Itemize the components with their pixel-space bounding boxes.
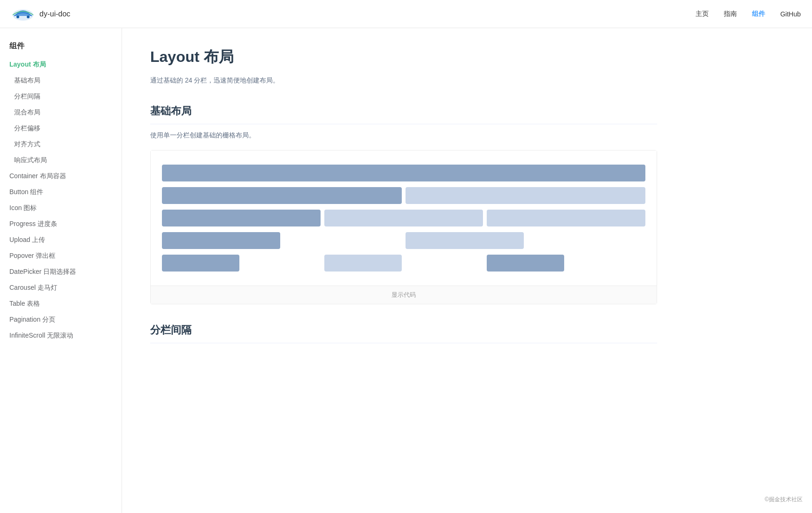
grid-row-3 (162, 210, 645, 226)
grid-row-4 (162, 232, 645, 249)
col-8-2 (324, 210, 483, 226)
sidebar-item-infinitescroll[interactable]: InfiniteScroll 无限滚动 (0, 328, 122, 344)
header-nav: 主页 指南 组件 GitHub (696, 10, 801, 18)
grid-row-5 (162, 255, 645, 272)
nav-item-github[interactable]: GitHub (780, 10, 801, 18)
sidebar-item-upload[interactable]: Upload 上传 (0, 232, 122, 248)
col-4-3 (324, 255, 402, 272)
page-desc: 通过基础的 24 分栏，迅速简便地创建布局。 (150, 75, 657, 85)
sidebar-item-basic-layout[interactable]: 基础布局 (0, 73, 122, 89)
nav-item-components[interactable]: 组件 (752, 10, 765, 18)
logo-icon (11, 6, 35, 23)
sidebar: 组件 Layout 布局 基础布局 分栏间隔 混合布局 分栏偏移 对齐方式 响应… (0, 28, 122, 381)
col-4-gap1 (243, 255, 321, 272)
site-title: dy-ui-doc (39, 10, 70, 18)
section-desc-basic: 使用单一分栏创建基础的栅格布局。 (150, 130, 657, 140)
sidebar-item-responsive[interactable]: 响应式布局 (0, 152, 122, 168)
col-12-dark (162, 187, 402, 204)
section-title-basic: 基础布局 (150, 104, 657, 124)
col-4-gap2 (406, 255, 483, 272)
sidebar-item-progress[interactable]: Progress 进度条 (0, 216, 122, 232)
page-title: Layout 布局 (150, 47, 657, 68)
nav-item-guide[interactable]: 指南 (724, 10, 737, 18)
sidebar-item-button[interactable]: Button 组件 (0, 184, 122, 200)
svg-point-1 (16, 15, 19, 18)
nav-item-home[interactable]: 主页 (696, 10, 709, 18)
section-title-gutter: 分栏间隔 (150, 323, 657, 343)
grid-row-2 (162, 187, 645, 204)
col-6-1 (162, 232, 280, 249)
page-layout: 组件 Layout 布局 基础布局 分栏间隔 混合布局 分栏偏移 对齐方式 响应… (0, 28, 812, 381)
sidebar-item-table[interactable]: Table 表格 (0, 296, 122, 312)
sidebar-item-carousel[interactable]: Carousel 走马灯 (0, 280, 122, 296)
show-code-button[interactable]: 显示代码 (151, 286, 657, 304)
col-4-gap3 (568, 255, 645, 272)
sidebar-item-container[interactable]: Container 布局容器 (0, 168, 122, 184)
sidebar-item-offset[interactable]: 分栏偏移 (0, 121, 122, 136)
header: dy-ui-doc 主页 指南 组件 GitHub (0, 0, 812, 28)
sidebar-group-title: 组件 (0, 38, 122, 57)
grid-row-1 (162, 165, 645, 181)
col-4-5 (487, 255, 564, 272)
col-24 (162, 165, 645, 181)
col-6-3 (406, 232, 524, 249)
demo-block-basic: 显示代码 (150, 150, 657, 304)
sidebar-item-icon[interactable]: Icon 图标 (0, 200, 122, 216)
sidebar-item-mixed-layout[interactable]: 混合布局 (0, 105, 122, 121)
logo-area: dy-ui-doc (11, 6, 70, 23)
sidebar-item-pagination[interactable]: Pagination 分页 (0, 312, 122, 328)
sidebar-item-gutter[interactable]: 分栏间隔 (0, 89, 122, 105)
demo-area-basic (151, 151, 657, 286)
col-8-1 (162, 210, 321, 226)
show-code-label: 显示代码 (391, 291, 416, 298)
col-6-gap2 (528, 232, 646, 249)
sidebar-item-alignment[interactable]: 对齐方式 (0, 136, 122, 152)
main-content: Layout 布局 通过基础的 24 分栏，迅速简便地创建布局。 基础布局 使用… (122, 28, 685, 381)
svg-point-2 (27, 15, 30, 18)
sidebar-item-layout[interactable]: Layout 布局 (0, 57, 122, 73)
col-6-gap (284, 232, 402, 249)
col-12-light (406, 187, 645, 204)
sidebar-item-datepicker[interactable]: DatePicker 日期选择器 (0, 264, 122, 280)
col-8-3 (487, 210, 645, 226)
col-4-1 (162, 255, 239, 272)
sidebar-item-popover[interactable]: Popover 弹出框 (0, 248, 122, 264)
